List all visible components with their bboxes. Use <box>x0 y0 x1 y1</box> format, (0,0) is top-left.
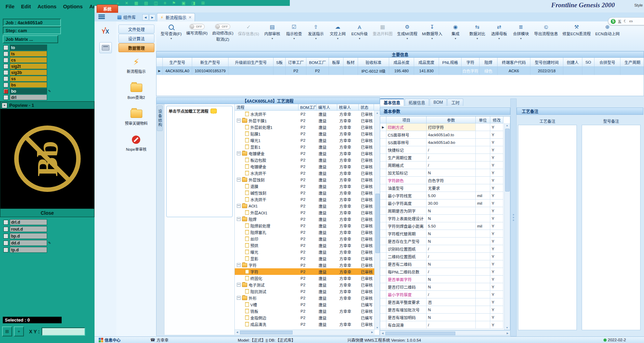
dropdown-caret-icon[interactable]: ▼ <box>315 37 317 40</box>
tree-row[interactable]: 阻焊P2唐益方幸幸已审核 <box>235 216 375 222</box>
layer-row[interactable]: sig3b <box>3 69 47 75</box>
scroll-right-icon[interactable]: ▶ <box>370 330 375 334</box>
param-row[interactable]: 字符框代替周期NY <box>380 230 510 238</box>
layer-checkbox[interactable] <box>3 70 8 75</box>
column-header[interactable]: PNL规格 <box>439 58 462 67</box>
param-row[interactable]: 最小字符厚度/Y <box>380 291 510 298</box>
column-header[interactable]: 修改 <box>490 117 503 123</box>
crosshair-tool-icon[interactable]: + <box>14 326 24 336</box>
dropdown-caret-icon[interactable]: ▼ <box>454 37 457 40</box>
tree-row[interactable]: 显影1P2唐益方幸幸已审核 <box>235 143 375 150</box>
toolbar-button[interactable]: ⊕ECN自动上网 <box>594 23 620 37</box>
device-button[interactable] <box>99 42 112 53</box>
param-value-cell[interactable]: / <box>427 154 476 161</box>
layer-checkbox[interactable] <box>3 64 8 69</box>
column-header[interactable]: 字符 <box>462 58 480 67</box>
layer-checkbox[interactable] <box>3 52 8 56</box>
expand-icon[interactable] <box>237 296 241 300</box>
param-row[interactable]: 是否单面字符NY <box>380 276 510 283</box>
param-value-cell[interactable]: 打印字符 <box>427 123 476 131</box>
dropdown-caret-icon[interactable]: ▼ <box>476 37 478 40</box>
tree-row[interactable]: 显影P2唐益方幸幸已审核 <box>235 255 375 262</box>
param-row[interactable]: 周期是否为阴字NY <box>380 207 510 215</box>
user-item[interactable]: ☎ 方幸幸 <box>150 337 169 343</box>
scroll-left-icon[interactable]: ◀ <box>235 330 240 334</box>
ime-mode-button[interactable]: 五 <box>618 19 621 24</box>
param-value-cell[interactable]: N <box>427 306 476 314</box>
column-header[interactable]: 成品长度 <box>389 58 414 67</box>
param-row[interactable]: 是否打印二维码NY <box>380 283 510 291</box>
param-row[interactable]: 是否存在生产型号NY <box>380 238 510 245</box>
dropdown-caret-icon[interactable]: ▼ <box>520 37 522 40</box>
column-header[interactable]: 创建人 <box>563 58 582 67</box>
popview-canvas[interactable]: Bb <box>0 109 94 208</box>
cam-menu-item[interactable]: Edit <box>21 3 31 9</box>
column-header[interactable]: 型号创建时间 <box>530 58 563 67</box>
column-header[interactable]: 终端客户代码 <box>498 58 530 67</box>
tab-scroll-left-icon[interactable]: ◀ <box>142 14 149 20</box>
param-value-cell[interactable]: 5.00 <box>427 192 476 200</box>
param-row[interactable]: 加无铅标记NY <box>380 169 510 177</box>
layer-checkbox[interactable] <box>3 58 8 63</box>
column-header[interactable]: 参数 <box>427 117 476 123</box>
layer-checkbox[interactable] <box>3 45 8 50</box>
column-header[interactable]: S板 <box>274 58 286 67</box>
param-row[interactable]: 最小字符高度30.00milY <box>380 200 510 207</box>
scroll-up-icon[interactable]: ▲ <box>504 123 510 128</box>
param-row[interactable]: 最小字符线宽5.00milY <box>380 192 510 200</box>
param-value-cell[interactable]: N <box>427 260 476 268</box>
layer-checkbox[interactable] <box>3 220 8 225</box>
tab-basic-info[interactable]: 基本信息 <box>380 99 404 106</box>
expand-icon[interactable] <box>237 217 241 221</box>
scroll-right-icon[interactable]: ▶ <box>505 331 510 335</box>
tab-device-structure[interactable]: 设备结构 <box>157 105 163 131</box>
param-row[interactable]: 有自润滑/Y <box>380 321 510 329</box>
ime-keyboard-icon[interactable]: ▭ <box>629 19 633 24</box>
tree-row[interactable]: 预烘P2唐益方幸幸已审核 <box>235 242 375 249</box>
param-value-cell[interactable]: N <box>427 169 476 177</box>
param-row[interactable]: 快捷标记/Y <box>380 146 510 154</box>
toolbar-button[interactable]: ☑指示检查▼ <box>284 23 304 40</box>
param-row[interactable]: 字符到焊盘最小距离5.50milY <box>380 222 510 230</box>
dropdown-caret-icon[interactable]: ▼ <box>293 37 295 40</box>
layer-row[interactable]: bs <box>3 82 47 88</box>
layer-row[interactable]: bp.d <box>3 233 47 239</box>
layer-checkbox[interactable] <box>3 89 8 94</box>
param-row[interactable]: ▶印刷方式打印字符Y <box>380 123 510 131</box>
scroll-down-icon[interactable]: ▼ <box>504 325 510 330</box>
tree-row[interactable]: 碱性蚀刻P2唐益方幸幸已审核 <box>235 189 375 196</box>
param-value-cell[interactable]: / <box>427 268 476 276</box>
toolbar-button[interactable]: AECN升级▼ <box>350 23 369 40</box>
tab-new-flow-instruction[interactable]: ⚡ 新流程指示 ✕ <box>157 13 195 21</box>
param-row[interactable]: 是否高平整度要求否Y <box>380 298 510 306</box>
film-icon[interactable]: ◨ <box>191 1 195 5</box>
list-icon[interactable]: ≡ <box>164 1 166 5</box>
param-row[interactable]: 油墨型号无要求Y <box>380 184 510 192</box>
popview-close-icon[interactable]: ✕ <box>2 103 7 108</box>
tree-row[interactable]: 外层前处理1P2唐益方幸幸已审核 <box>235 124 375 130</box>
grid-icon[interactable]: ▦ <box>134 1 138 5</box>
param-value-cell[interactable]: N <box>427 283 476 291</box>
layer-row[interactable]: cs <box>3 57 47 63</box>
toggle-off-switch[interactable]: OFF <box>215 24 230 29</box>
xy-coordinate-input[interactable] <box>42 327 85 336</box>
cells-icon[interactable]: ◫ <box>154 1 158 5</box>
hamburger-menu-icon[interactable] <box>98 15 105 19</box>
tree-row[interactable]: 外层干膜1P2唐益方幸幸已审核 <box>235 117 375 124</box>
popview-close-button[interactable]: Close <box>0 208 94 217</box>
tree-row[interactable]: 曝光P2唐益方幸幸已审核 <box>235 249 375 255</box>
param-row[interactable]: 是否有增加批次号NY <box>380 306 510 314</box>
cam-menu-item[interactable]: Actions <box>37 3 56 9</box>
layer-row[interactable]: to <box>3 45 47 50</box>
cam-menu-item[interactable]: Anal <box>89 3 94 9</box>
toolbar-button[interactable]: ⚙生成MI流程▼ <box>396 23 419 40</box>
sidebar-item-data-management[interactable]: 数据管理 <box>118 43 154 52</box>
tree-row[interactable]: AOI1P2唐益方幸幸已审核 <box>235 203 375 209</box>
layer-row[interactable]: sig2t <box>3 63 47 69</box>
column-header[interactable]: 成品宽度 <box>414 58 439 67</box>
column-header[interactable]: 阻焊 <box>480 58 498 67</box>
component-library-label[interactable]: 组件库 <box>117 14 136 20</box>
info-center-item[interactable]: 信息中心 <box>99 337 120 343</box>
layer-row[interactable]: tp.d <box>3 247 47 253</box>
column-header[interactable]: 编写人 <box>316 104 337 111</box>
